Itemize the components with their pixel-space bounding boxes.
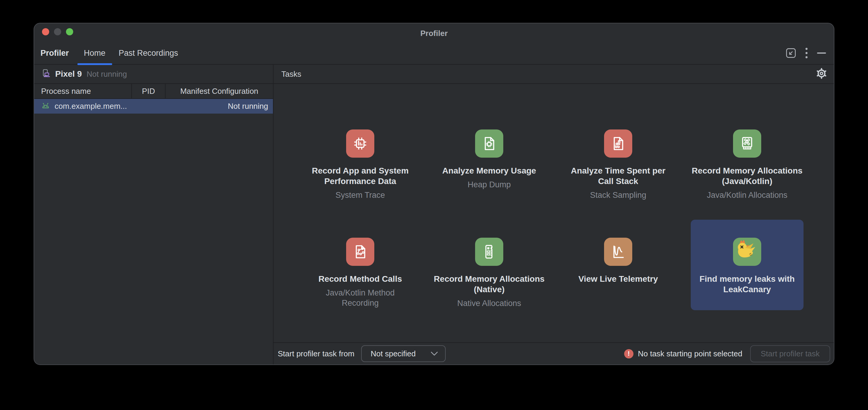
task-title: Record Method Calls — [318, 274, 402, 284]
window-title: Profiler — [34, 23, 834, 43]
device-status: Not running — [87, 70, 127, 79]
profiler-app-label: Profiler — [40, 48, 69, 58]
task-record-memory-native[interactable]: Record Memory Allocations (Native) Nativ… — [425, 220, 554, 310]
task-subtitle: System Trace — [335, 190, 385, 200]
tab-past-recordings-label: Past Recordings — [119, 48, 178, 58]
column-pid[interactable]: PID — [132, 84, 165, 98]
main-area: Pixel 9 Not running Process name PID Man… — [34, 65, 834, 365]
task-leakcanary-selected-card[interactable]: Find memory leaks with LeakCanary — [691, 220, 804, 310]
titlebar: Profiler — [34, 23, 834, 42]
process-status: Not running — [228, 102, 268, 111]
settings-gear-icon[interactable] — [816, 68, 827, 80]
device-row: Pixel 9 Not running — [34, 65, 273, 84]
task-record-method-calls[interactable]: Record Method Calls Java/Kotlin Method R… — [296, 220, 425, 310]
process-name: com.example.mem... — [55, 102, 127, 111]
footer-right-cluster: ! No task starting point selected Start … — [624, 345, 830, 362]
tasks-header: Tasks — [274, 65, 834, 84]
tab-home-label: Home — [84, 48, 105, 58]
tasks-title: Tasks — [281, 70, 301, 79]
document-callstack-icon — [604, 130, 632, 158]
document-chip-icon — [475, 130, 503, 158]
cpu-chart-icon — [346, 130, 374, 158]
toolbar-actions — [786, 47, 834, 59]
tab-bar: Profiler Home Past Recordings — [34, 42, 834, 65]
start-from-label: Start profiler task from — [278, 349, 354, 358]
process-table-header: Process name PID Manifest Configuration — [34, 84, 273, 99]
error-icon: ! — [624, 349, 633, 358]
tasks-grid: Record App and System Performance Data S… — [296, 120, 812, 310]
dock-tool-window-icon[interactable] — [786, 48, 796, 58]
task-analyze-time-spent[interactable]: Analyze Time Spent per Call Stack Stack … — [554, 120, 683, 210]
leakcanary-bird-icon — [733, 238, 761, 266]
tasks-content: Record App and System Performance Data S… — [274, 84, 834, 342]
memory-stick-icon — [475, 238, 503, 266]
more-options-icon[interactable] — [805, 47, 808, 59]
task-footer-bar: Start profiler task from Not specified !… — [274, 342, 834, 365]
starting-point-value: Not specified — [371, 349, 416, 358]
task-subtitle: Java/Kotlin Allocations — [707, 190, 787, 200]
tab-home[interactable]: Home — [78, 42, 112, 64]
process-list-panel: Pixel 9 Not running Process name PID Man… — [34, 65, 274, 365]
warning-text: No task starting point selected — [638, 349, 742, 358]
task-record-memory-java-kotlin[interactable]: Record Memory Allocations (Java/Kotlin) … — [683, 120, 812, 210]
start-button-label: Start profiler task — [761, 349, 820, 358]
process-row-selected[interactable]: com.example.mem... Not running — [34, 99, 273, 113]
line-chart-icon — [604, 238, 632, 266]
task-subtitle: Java/Kotlin Method Recording — [313, 288, 408, 308]
column-manifest-configuration[interactable]: Manifest Configuration — [165, 84, 273, 98]
chevron-down-icon — [431, 351, 438, 356]
close-window-button[interactable] — [42, 28, 49, 35]
device-phone-icon — [41, 69, 51, 79]
task-title: Record Memory Allocations (Java/Kotlin) — [691, 165, 803, 186]
column-process-name[interactable]: Process name — [34, 84, 132, 98]
task-title: Record App and System Performance Data — [304, 165, 416, 186]
hide-tool-window-icon[interactable] — [817, 52, 826, 54]
task-subtitle: Stack Sampling — [590, 190, 646, 200]
zoom-window-button[interactable] — [66, 28, 73, 35]
tasks-panel: Tasks — [274, 65, 834, 365]
task-analyze-memory-usage[interactable]: Analyze Memory Usage Heap Dump — [425, 120, 554, 210]
task-title: Record Memory Allocations (Native) — [433, 274, 545, 295]
window-controls — [42, 28, 73, 35]
tab-past-recordings[interactable]: Past Recordings — [112, 42, 185, 64]
task-record-app-system-performance[interactable]: Record App and System Performance Data S… — [296, 120, 425, 210]
task-view-live-telemetry[interactable]: View Live Telemetry — [554, 220, 683, 310]
start-profiler-task-button[interactable]: Start profiler task — [750, 345, 830, 362]
task-title: Find memory leaks with LeakCanary — [691, 274, 803, 295]
task-title: Analyze Time Spent per Call Stack — [562, 165, 674, 186]
document-graph-icon — [346, 238, 374, 266]
starting-point-dropdown[interactable]: Not specified — [361, 345, 446, 362]
profiler-window: Profiler Profiler Home Past Recordings — [34, 23, 834, 365]
memory-diamonds-icon — [733, 130, 761, 158]
task-title: View Live Telemetry — [578, 274, 658, 284]
android-icon — [41, 102, 50, 110]
device-name: Pixel 9 — [55, 69, 82, 79]
minimize-window-button[interactable] — [54, 28, 61, 35]
task-title: Analyze Memory Usage — [442, 165, 536, 176]
task-subtitle: Native Allocations — [457, 298, 521, 308]
task-subtitle: Heap Dump — [468, 179, 511, 190]
